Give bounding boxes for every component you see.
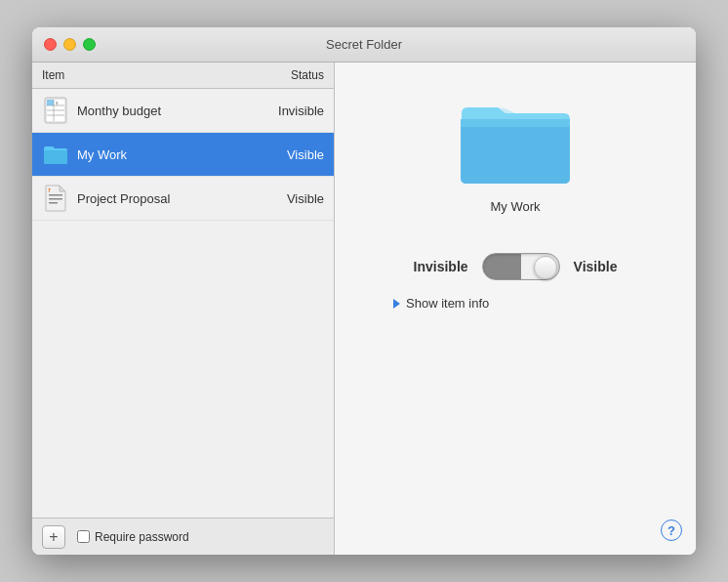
monthly-budget-status: Invisible <box>278 104 324 118</box>
add-button[interactable]: + <box>42 525 65 549</box>
require-password-checkbox[interactable] <box>77 530 90 543</box>
svg-rect-12 <box>461 119 570 127</box>
folder-large-svg <box>457 92 574 189</box>
require-password-label[interactable]: Require password <box>95 530 189 544</box>
item-column-header: Item <box>42 68 291 82</box>
require-password-container: Require password <box>77 530 189 544</box>
minimize-button[interactable] <box>63 38 76 51</box>
svg-rect-10 <box>49 202 58 204</box>
svg-text:7: 7 <box>48 187 51 193</box>
main-window: Secret Folder Item Status <box>32 27 696 555</box>
project-proposal-name: Project Proposal <box>77 191 287 206</box>
sidebar-header: Item Status <box>32 62 334 89</box>
maximize-button[interactable] <box>83 38 96 51</box>
toggle-thumb <box>534 256 557 279</box>
main-content: Item Status <box>32 62 696 555</box>
window-title: Secret Folder <box>326 37 402 52</box>
show-item-info-text: Show item info <box>406 296 489 311</box>
toggle-container: Invisible Visible <box>414 253 618 280</box>
my-work-status: Visible <box>287 147 324 162</box>
sidebar-list: $ Monthy budget Invisible M <box>32 89 334 518</box>
close-button[interactable] <box>44 38 57 51</box>
monthly-budget-name: Monthy budget <box>77 104 278 118</box>
list-item-project-proposal[interactable]: 7 Project Proposal Visible <box>32 177 334 221</box>
visibility-toggle[interactable] <box>482 253 560 280</box>
svg-rect-8 <box>49 194 62 196</box>
sidebar-footer: + Require password <box>32 518 334 555</box>
visible-label: Visible <box>574 259 618 274</box>
help-button[interactable]: ? <box>661 520 682 541</box>
invisible-label: Invisible <box>414 259 468 274</box>
folder-icon-container: My Work <box>457 92 574 214</box>
list-item-monthly-budget[interactable]: $ Monthy budget Invisible <box>32 89 334 133</box>
detail-panel: My Work Invisible Visible Show item info… <box>335 62 696 555</box>
show-item-info[interactable]: Show item info <box>393 296 489 311</box>
titlebar: Secret Folder <box>32 27 696 62</box>
svg-rect-9 <box>49 198 62 200</box>
monthly-budget-icon: $ <box>42 97 69 124</box>
spreadsheet-svg: $ <box>44 97 67 124</box>
svg-rect-6 <box>47 100 54 105</box>
project-proposal-icon: 7 <box>42 185 69 212</box>
sidebar: Item Status <box>32 62 335 555</box>
triangle-icon <box>393 299 400 309</box>
project-proposal-status: Visible <box>287 191 324 206</box>
folder-small-svg <box>43 144 68 165</box>
my-work-name: My Work <box>77 147 287 162</box>
list-item-my-work[interactable]: My Work Visible <box>32 133 334 177</box>
status-column-header: Status <box>291 68 324 82</box>
document-svg: 7 <box>45 185 66 212</box>
my-work-icon <box>42 141 69 168</box>
selected-item-label: My Work <box>490 199 540 214</box>
traffic-lights <box>44 38 96 51</box>
